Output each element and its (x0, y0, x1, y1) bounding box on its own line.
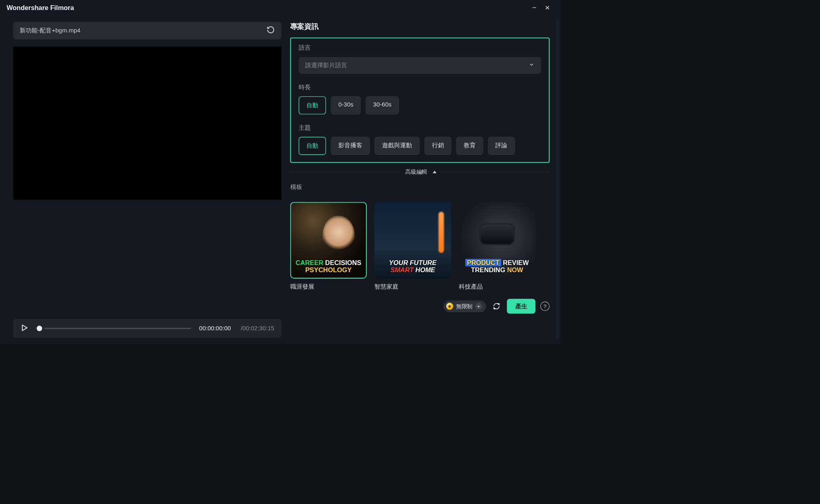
duration-chip-row: 自動 0-30s 30-60s (299, 96, 541, 114)
reset-button[interactable] (267, 26, 275, 36)
template-card-career[interactable]: CAREER DECISIONS PSYCHOLOGY 職涯發展 (290, 202, 367, 290)
plus-icon: + (475, 303, 482, 310)
window-minimize-button[interactable] (528, 2, 541, 13)
unlimited-pill[interactable]: ◆ 無限制 + (443, 300, 486, 312)
source-file-row: 新功能-配音+bgm.mp4 (13, 22, 281, 40)
playback-dock: 00:00:00:00 /00:02:30:15 (13, 319, 281, 338)
advanced-toggle[interactable]: 高級編輯 (290, 168, 550, 175)
language-select[interactable]: 請選擇影片語言 (299, 57, 541, 74)
topic-chip-row: 自動 影音播客 遊戲與運動 行銷 教育 評論 (299, 137, 541, 155)
template-row: CAREER DECISIONS PSYCHOLOGY 職涯發展 YOUR FU… (290, 202, 550, 290)
topic-chip-auto[interactable]: 自動 (299, 137, 326, 155)
language-placeholder: 請選擇影片語言 (305, 61, 347, 70)
right-footer: ◆ 無限制 + 產生 ? (290, 296, 550, 315)
template-card-tech[interactable]: PRODUCT REVIEW TRENDING NOW 科技產品 (459, 202, 535, 290)
template-thumb: YOUR FUTURE SMART HOME (374, 202, 451, 278)
panel-scrollbar[interactable] (556, 18, 559, 339)
duration-label: 時長 (299, 83, 541, 92)
chevron-down-icon (529, 62, 535, 69)
time-current: 00:00:00:00 (199, 325, 231, 332)
topic-label: 主題 (299, 124, 541, 132)
window-close-button[interactable] (541, 2, 554, 13)
scrub-handle[interactable] (37, 325, 42, 331)
topic-chip-education[interactable]: 教育 (456, 137, 483, 155)
source-file-name: 新功能-配音+bgm.mp4 (20, 26, 80, 35)
unlimited-label: 無限制 (456, 303, 472, 310)
scrub-bar[interactable] (37, 325, 191, 331)
app-title: Wondershare Filmora (6, 4, 74, 12)
chevron-up-icon (433, 171, 437, 173)
svg-marker-3 (22, 325, 27, 331)
time-duration: /00:02:30:15 (241, 325, 274, 332)
generate-button[interactable]: 產生 (507, 299, 535, 313)
refresh-button[interactable] (491, 301, 502, 311)
topic-chip-gaming[interactable]: 遊戲與運動 (375, 137, 420, 155)
template-card-home[interactable]: YOUR FUTURE SMART HOME 智慧家庭 (374, 202, 451, 290)
advanced-label: 高級編輯 (403, 168, 430, 175)
template-caption: 智慧家庭 (374, 282, 451, 291)
video-preview[interactable] (13, 46, 281, 200)
play-button[interactable] (20, 324, 29, 333)
duration-chip-30-60[interactable]: 30-60s (366, 96, 399, 114)
topic-chip-review[interactable]: 評論 (488, 137, 515, 155)
template-caption: 職涯發展 (290, 282, 367, 291)
templates-label: 模板 (290, 183, 550, 191)
language-label: 語言 (299, 44, 541, 52)
template-thumb: PRODUCT REVIEW TRENDING NOW (459, 202, 535, 278)
topic-chip-podcast[interactable]: 影音播客 (331, 137, 370, 155)
help-button[interactable]: ? (540, 301, 549, 311)
project-settings-box: 語言 請選擇影片語言 時長 自動 0-30s 30-60s (290, 38, 550, 163)
template-thumb: CAREER DECISIONS PSYCHOLOGY (290, 202, 367, 278)
topic-chip-marketing[interactable]: 行銷 (424, 137, 451, 155)
duration-chip-auto[interactable]: 自動 (299, 96, 326, 114)
panel-title: 專案資訊 (290, 22, 550, 32)
diamond-icon: ◆ (446, 303, 453, 310)
titlebar: Wondershare Filmora (0, 0, 561, 15)
duration-chip-0-30[interactable]: 0-30s (331, 96, 361, 114)
template-caption: 科技產品 (459, 282, 535, 291)
scrub-track[interactable] (44, 328, 191, 329)
